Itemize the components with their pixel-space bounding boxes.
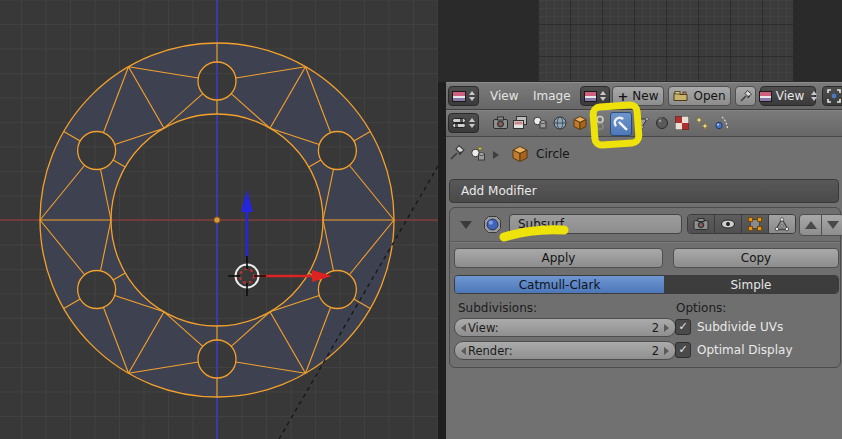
image-editor-grid	[538, 0, 793, 81]
subsurf-modifier-panel: Subsurf	[449, 207, 841, 368]
slider-decrease-icon[interactable]	[461, 347, 466, 355]
slider-increase-icon[interactable]	[664, 324, 669, 332]
area-divider[interactable]	[438, 82, 446, 439]
view-slider-value: 2	[652, 321, 659, 335]
properties-header	[446, 110, 842, 137]
new-image-label: New	[632, 89, 658, 103]
subdivision-type-segment: Catmull-Clark Simple	[454, 275, 839, 294]
modifier-header: Subsurf	[450, 208, 840, 242]
optimal-display-checkbox[interactable]: ✓	[675, 342, 691, 358]
modifier-name-field[interactable]: Subsurf	[509, 214, 682, 234]
scene-icon	[470, 146, 487, 162]
cage-icon	[774, 217, 790, 232]
brackets-icon	[827, 89, 841, 103]
properties-editor-selector[interactable]	[448, 113, 479, 133]
move-modifier-up-button[interactable]	[799, 214, 822, 236]
properties-tabs	[490, 112, 732, 134]
simple-option[interactable]: Simple	[664, 276, 838, 293]
breadcrumb-scene[interactable]	[470, 146, 487, 162]
menu-view[interactable]: View	[490, 86, 518, 106]
render-toggle[interactable]	[688, 215, 715, 233]
image-editor-canvas[interactable]	[438, 0, 842, 82]
move-modifier-down-button[interactable]	[822, 214, 842, 236]
copy-label: Copy	[741, 251, 771, 265]
tab-texture[interactable]	[672, 112, 692, 134]
selector-spinner-icon	[469, 118, 475, 128]
view-subdivisions-slider[interactable]: View: 2	[454, 318, 676, 337]
plus-icon: +	[617, 89, 628, 104]
3d-viewport[interactable]	[0, 0, 438, 439]
slider-decrease-icon[interactable]	[461, 324, 466, 332]
properties-panel: Circle Add Modifier Subsurf	[446, 137, 842, 439]
checker-icon	[674, 115, 690, 131]
view-mode-label: View	[776, 89, 804, 103]
blender-window: View Image + New Open V	[0, 0, 842, 439]
view-slider-label: View:	[468, 321, 652, 335]
apply-button[interactable]: Apply	[454, 248, 663, 268]
add-modifier-button[interactable]: Add Modifier	[449, 179, 839, 203]
cube-icon	[511, 145, 529, 163]
particles-icon	[694, 115, 710, 131]
open-image-label: Open	[693, 89, 725, 103]
constraint-icon	[592, 115, 608, 131]
tab-object-data[interactable]	[632, 112, 652, 134]
properties-icon	[452, 118, 466, 128]
open-image-button[interactable]: Open	[668, 86, 731, 106]
menu-image[interactable]: Image	[533, 86, 571, 106]
world-icon	[552, 115, 568, 131]
tab-scene[interactable]	[530, 112, 550, 134]
breadcrumb-object-name: Circle	[536, 147, 570, 161]
camera-icon	[492, 115, 509, 131]
datablock-spinner-icon	[600, 91, 606, 101]
cage-toggle[interactable]	[769, 215, 795, 233]
scene-icon	[532, 115, 548, 131]
pin-icon	[448, 143, 468, 162]
optimal-display-label: Optimal Display	[697, 343, 793, 357]
subdivide-uvs-checkbox[interactable]: ✓	[675, 319, 691, 335]
apply-label: Apply	[542, 251, 576, 265]
image-icon	[759, 91, 772, 102]
mesh-data-icon	[634, 115, 650, 131]
material-icon	[654, 115, 670, 131]
editmode-icon	[747, 216, 763, 232]
editor-type-selector[interactable]	[448, 86, 479, 106]
screen-layout-button[interactable]	[822, 86, 842, 106]
tab-particles[interactable]	[692, 112, 712, 134]
modifier-move-buttons	[799, 214, 842, 236]
eye-icon	[720, 218, 736, 230]
catmull-clark-option[interactable]: Catmull-Clark	[455, 276, 664, 293]
tab-modifiers[interactable]	[610, 112, 632, 136]
render-subdivisions-slider[interactable]: Render: 2	[454, 341, 676, 360]
tab-object[interactable]	[570, 112, 590, 134]
modifier-name-value: Subsurf	[518, 217, 564, 231]
pin-button[interactable]	[735, 86, 756, 106]
tab-constraints[interactable]	[590, 112, 610, 134]
slider-increase-icon[interactable]	[664, 347, 669, 355]
tab-render-layers[interactable]	[510, 112, 530, 134]
wrench-icon	[613, 116, 630, 133]
breadcrumb-object[interactable]	[511, 145, 529, 163]
viewport-visibility-toggle[interactable]	[715, 215, 742, 233]
camera-icon	[693, 217, 709, 231]
dropdown-spinner-icon	[811, 91, 817, 101]
image-datablock-selector[interactable]	[580, 86, 610, 106]
render-slider-value: 2	[652, 344, 659, 358]
add-modifier-label: Add Modifier	[461, 184, 537, 198]
mesh-wireframe	[0, 0, 438, 439]
physics-icon	[714, 115, 730, 131]
editmode-display-toggle[interactable]	[742, 215, 769, 233]
tab-physics[interactable]	[712, 112, 732, 134]
tab-material[interactable]	[652, 112, 672, 134]
image-editor-header: View Image + New Open V	[446, 82, 842, 110]
tab-render[interactable]	[490, 112, 510, 134]
triangle-down-icon	[827, 221, 839, 229]
view-mode-dropdown[interactable]: View	[760, 86, 816, 106]
triangle-up-icon	[805, 221, 817, 229]
options-label: Options:	[676, 301, 726, 315]
collapse-triangle-icon[interactable]	[460, 221, 472, 229]
new-image-button[interactable]: + New	[612, 86, 664, 106]
tab-world[interactable]	[550, 112, 570, 134]
copy-button[interactable]: Copy	[673, 248, 839, 268]
image-icon	[584, 91, 597, 102]
context-pin-button[interactable]	[448, 143, 468, 163]
